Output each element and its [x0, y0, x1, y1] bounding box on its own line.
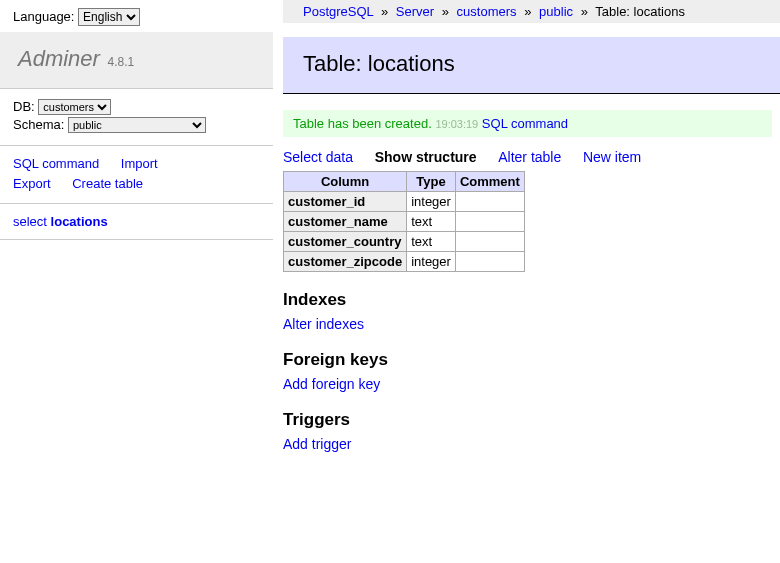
content-body: Table has been created. 19:03:19 SQL com… — [283, 110, 780, 452]
breadcrumb-driver[interactable]: PostgreSQL — [303, 4, 373, 19]
tabs: Select data Show structure Alter table N… — [283, 149, 772, 165]
select-table-link[interactable]: select locations — [13, 214, 108, 229]
table-row: customer_zipcodeinteger — [284, 252, 525, 272]
db-label: DB: — [13, 99, 35, 114]
page-title: Table: locations — [303, 51, 772, 77]
alter-indexes-link[interactable]: Alter indexes — [283, 316, 364, 332]
table-header-row: Column Type Comment — [284, 172, 525, 192]
table-row: customer_idinteger — [284, 192, 525, 212]
language-label: Language: — [13, 9, 74, 24]
column-name-cell: customer_id — [284, 192, 407, 212]
tab-select-data[interactable]: Select data — [283, 149, 353, 165]
column-type-cell: text — [407, 212, 456, 232]
breadcrumb-sep: » — [381, 4, 388, 19]
app-name: Adminer — [18, 46, 100, 71]
breadcrumb-sep: » — [442, 4, 449, 19]
import-link[interactable]: Import — [121, 154, 158, 174]
foreign-keys-heading: Foreign keys — [283, 350, 772, 370]
col-header-type: Type — [407, 172, 456, 192]
column-type-cell: text — [407, 232, 456, 252]
language-select[interactable]: English — [78, 8, 140, 26]
select-prefix: select — [13, 214, 51, 229]
column-name-cell: customer_country — [284, 232, 407, 252]
select-table-name: locations — [51, 214, 108, 229]
breadcrumb: PostgreSQL » Server » customers » public… — [283, 0, 780, 23]
add-trigger-link[interactable]: Add trigger — [283, 436, 351, 452]
main: PostgreSQL » Server » customers » public… — [283, 0, 780, 470]
tab-show-structure[interactable]: Show structure — [375, 149, 477, 165]
column-type-cell: integer — [407, 192, 456, 212]
schema-label: Schema: — [13, 117, 64, 132]
breadcrumb-sep: » — [524, 4, 531, 19]
notice-text: Table has been created. — [293, 116, 432, 131]
export-link[interactable]: Export — [13, 174, 51, 194]
logo-block: Adminer 4.8.1 — [0, 32, 273, 89]
column-comment-cell — [455, 192, 524, 212]
notice-sql-link[interactable]: SQL command — [482, 116, 568, 131]
breadcrumb-current: Table: locations — [595, 4, 685, 19]
app-version: 4.8.1 — [108, 55, 135, 69]
create-table-link[interactable]: Create table — [72, 174, 143, 194]
side-links: SQL command Import Export Create table — [0, 146, 273, 204]
col-header-comment: Comment — [455, 172, 524, 192]
sidebar: Language: English Adminer 4.8.1 DB: cust… — [0, 0, 273, 240]
col-header-column: Column — [284, 172, 407, 192]
column-name-cell: customer_zipcode — [284, 252, 407, 272]
page-title-wrap: Table: locations — [283, 37, 780, 94]
breadcrumb-db[interactable]: customers — [457, 4, 517, 19]
tab-alter-table[interactable]: Alter table — [498, 149, 561, 165]
schema-select[interactable]: public — [68, 117, 206, 133]
columns-table: Column Type Comment customer_idintegercu… — [283, 171, 525, 272]
language-block: Language: English — [0, 0, 273, 32]
column-comment-cell — [455, 252, 524, 272]
table-list: select locations — [0, 204, 273, 240]
db-select-block: DB: customers Schema: public — [0, 95, 273, 146]
column-type-cell: integer — [407, 252, 456, 272]
sql-command-link[interactable]: SQL command — [13, 154, 99, 174]
success-notice: Table has been created. 19:03:19 SQL com… — [283, 110, 772, 137]
breadcrumb-schema[interactable]: public — [539, 4, 573, 19]
column-name-cell: customer_name — [284, 212, 407, 232]
breadcrumb-sep: » — [581, 4, 588, 19]
tab-new-item[interactable]: New item — [583, 149, 641, 165]
triggers-heading: Triggers — [283, 410, 772, 430]
column-comment-cell — [455, 212, 524, 232]
db-select[interactable]: customers — [38, 99, 111, 115]
table-row: customer_countrytext — [284, 232, 525, 252]
add-foreign-key-link[interactable]: Add foreign key — [283, 376, 380, 392]
indexes-heading: Indexes — [283, 290, 772, 310]
table-row: customer_nametext — [284, 212, 525, 232]
notice-timestamp: 19:03:19 — [435, 118, 478, 130]
breadcrumb-server[interactable]: Server — [396, 4, 434, 19]
column-comment-cell — [455, 232, 524, 252]
